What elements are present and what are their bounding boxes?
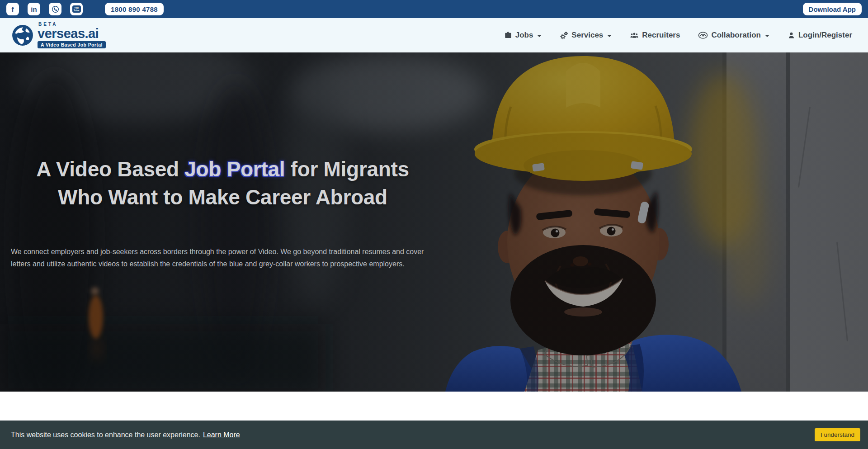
page: f in You Tube 1800 890 4788 Download App — [0, 0, 868, 449]
hero-heading-line1: A Video Based Job Portal for Migrants — [9, 155, 436, 183]
facebook-icon[interactable]: f — [6, 3, 19, 15]
nav-label: Recruiters — [642, 31, 680, 40]
gears-icon — [560, 31, 568, 40]
user-icon — [788, 31, 795, 39]
cookie-accept-button[interactable]: I understand — [815, 428, 860, 441]
facebook-glyph: f — [12, 5, 14, 13]
nav-item-login-register[interactable]: Login/Register — [788, 31, 852, 40]
whatsapp-icon[interactable] — [49, 3, 61, 15]
brand-text: BETA verseas.ai A Video Based Job Portal — [38, 22, 106, 48]
hero-heading: A Video Based Job Portal for Migrants Wh… — [9, 155, 436, 211]
hero-section: A Video Based Job Portal for Migrants Wh… — [0, 52, 868, 392]
phone-number-button[interactable]: 1800 890 4788 — [105, 3, 164, 15]
chevron-down-icon — [765, 35, 769, 37]
globe-icon — [11, 24, 34, 47]
brand-name: verseas.ai — [38, 27, 106, 40]
nav-item-collaboration[interactable]: Collaboration — [698, 31, 769, 40]
nav-label: Jobs — [515, 31, 533, 40]
users-icon — [630, 31, 639, 39]
nav-label: Collaboration — [711, 31, 761, 40]
hero-heading-highlight: Job Portal — [184, 157, 285, 181]
youtube-icon[interactable]: You Tube — [70, 3, 83, 15]
navbar: BETA verseas.ai A Video Based Job Portal… — [0, 18, 868, 52]
linkedin-icon[interactable]: in — [28, 3, 40, 15]
hero-dark-overlay — [0, 52, 868, 392]
topbar: f in You Tube 1800 890 4788 Download App — [0, 0, 868, 18]
hero-heading-line2: Who Want to Make Career Abroad — [9, 183, 436, 211]
cookie-message: This website uses cookies to enhance the… — [11, 431, 200, 439]
nav-item-services[interactable]: Services — [560, 31, 612, 40]
cookie-banner: This website uses cookies to enhance the… — [0, 421, 868, 449]
nav-item-jobs[interactable]: Jobs — [504, 31, 542, 40]
nav-item-recruiters[interactable]: Recruiters — [630, 31, 680, 40]
social-links: f in You Tube 1800 890 4788 — [6, 3, 164, 15]
nav-label: Services — [571, 31, 603, 40]
brand-tagline: A Video Based Job Portal — [38, 41, 106, 48]
handshake-icon — [698, 31, 708, 39]
briefcase-icon — [504, 31, 512, 39]
hero-paragraph: We connect employers and job-seekers acr… — [11, 246, 427, 270]
chevron-down-icon — [607, 35, 612, 37]
youtube-glyph: You Tube — [72, 5, 81, 13]
learn-more-link[interactable]: Learn More — [203, 431, 240, 439]
nav-menu: Jobs Services — [504, 31, 852, 40]
brand-logo[interactable]: BETA verseas.ai A Video Based Job Portal — [11, 22, 106, 48]
whatsapp-glyph — [51, 5, 60, 14]
download-app-button[interactable]: Download App — [803, 3, 862, 15]
chevron-down-icon — [537, 35, 542, 37]
nav-label: Login/Register — [798, 31, 852, 40]
linkedin-glyph: in — [31, 5, 37, 13]
